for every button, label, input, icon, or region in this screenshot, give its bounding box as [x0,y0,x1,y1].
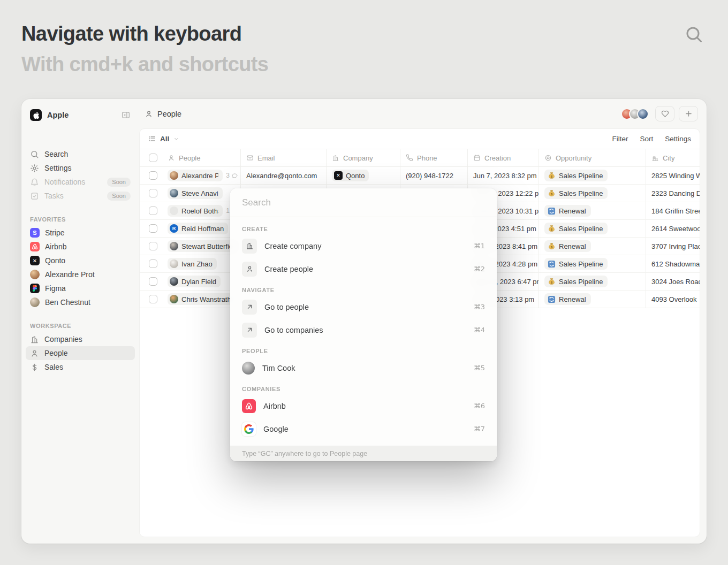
person-chip[interactable]: Roelof Botha [168,205,223,217]
cell-opportunity[interactable]: Renewal [539,238,646,255]
opportunity-chip[interactable]: Renewal [544,205,591,217]
column-header-email[interactable]: Email [240,149,326,166]
city-icon [651,154,659,162]
person-chip[interactable]: Steve Anavi [168,187,223,199]
dollar-icon [30,363,39,372]
cell-city[interactable]: 2825 Winding Way [646,167,700,184]
opportunity-chip[interactable]: Renewal [544,240,591,252]
sidebar-item-companies[interactable]: Companies [26,332,135,346]
column-header-phone[interactable]: Phone [400,149,467,166]
sidebar-item-settings[interactable]: Settings [26,161,135,175]
bell-icon [30,178,39,187]
company-chip[interactable]: ✕Qonto [332,170,369,181]
cell-city[interactable]: 612 Shadowman [646,255,700,272]
palette-item-create-company[interactable]: Create company ⌘1 [236,234,491,257]
cell-city[interactable]: 3024 Joes Road [646,273,700,290]
row-checkbox[interactable] [149,259,157,268]
sidebar-item-figma[interactable]: Figma [26,281,135,295]
airbnb-logo-icon [242,399,256,413]
sidebar-item-stripe[interactable]: SStripe [26,226,135,240]
sidebar-item-label: Ben Chestnut [45,298,90,307]
cell-opportunity[interactable]: Sales Pipeline [539,185,646,202]
sort-button[interactable]: Sort [640,135,653,143]
sidebar-item-qonto[interactable]: ✕Qonto [26,254,135,268]
row-checkbox[interactable] [149,207,157,215]
palette-item-go-to-people[interactable]: Go to people ⌘3 [236,295,491,318]
row-checkbox[interactable] [149,171,157,180]
row-checkbox[interactable] [149,295,157,303]
row-checkbox[interactable] [149,277,157,286]
cell-opportunity[interactable]: Sales Pipeline [539,273,646,290]
cell-phone[interactable]: (920) 948-1722 [400,167,467,184]
opportunity-chip[interactable]: Sales Pipeline [544,223,608,234]
filter-button[interactable]: Filter [612,135,628,143]
comment-count[interactable]: 3 [226,172,238,179]
money-bag-icon [548,242,556,250]
palette-item-airbnb[interactable]: Airbnb ⌘6 [236,394,491,417]
cell-city[interactable]: 4093 Overlook [646,291,700,308]
column-header-city[interactable]: City [646,149,700,166]
person-chip[interactable]: Ivan Zhao [168,258,217,270]
cell-creation[interactable]: Jun 7, 2023 8:32 pm [467,167,539,184]
cell-city[interactable]: 2323 Dancing Dove [646,185,700,202]
building-icon [242,239,257,254]
table-header: People Email Company Phone Creation Oppo… [140,149,700,167]
favorite-button[interactable] [655,106,674,121]
palette-item-tim-cook[interactable]: Tim Cook ⌘5 [236,356,491,379]
shortcut-badge: ⌘2 [474,265,485,273]
cell-city[interactable]: 2614 Sweetwood [646,220,700,237]
collaborator-avatars[interactable] [621,108,649,120]
search-input[interactable] [242,197,485,208]
sidebar-item-alexandre-prot[interactable]: Alexandre Prot [26,268,135,281]
cell-opportunity[interactable]: Renewal [539,291,646,308]
column-header-opportunity[interactable]: Opportunity [539,149,646,166]
cell-city[interactable]: 3707 Irving Place [646,238,700,255]
collapse-sidebar-icon[interactable] [121,110,131,120]
sidebar-item-airbnb[interactable]: Airbnb [26,240,135,254]
cell-city[interactable]: 184 Griffin Street [646,202,700,219]
settings-button[interactable]: Settings [665,135,691,143]
select-all-checkbox[interactable] [149,154,157,162]
cell-opportunity[interactable]: Sales Pipeline [539,220,646,237]
cell-opportunity[interactable]: Renewal [539,202,646,219]
sidebar-item-search[interactable]: Search [26,147,135,161]
page-breadcrumb[interactable]: People [145,110,181,118]
palette-search[interactable] [230,188,497,217]
row-checkbox[interactable] [149,242,157,250]
sidebar-item-sales[interactable]: Sales [26,360,135,374]
person-chip[interactable]: RReid Hoffman [168,223,228,234]
palette-item-google[interactable]: Google ⌘7 [236,417,491,440]
sidebar-item-people[interactable]: People [26,346,135,360]
opportunity-chip[interactable]: Sales Pipeline [544,187,608,199]
cell-company[interactable]: ✕Qonto [326,167,400,184]
column-header-company[interactable]: Company [326,149,400,166]
phone-icon [406,154,413,162]
column-label: Opportunity [556,154,592,162]
column-header-people[interactable]: People [166,149,240,166]
opportunity-chip[interactable]: Sales Pipeline [544,170,608,181]
workspace-name[interactable]: Apple [47,111,116,119]
palette-item-go-to-companies[interactable]: Go to companies ⌘4 [236,318,491,341]
person-chip[interactable]: Alexandre Prot [168,170,223,181]
cell-opportunity[interactable]: Sales Pipeline [539,167,646,184]
column-header-creation[interactable]: Creation [467,149,539,166]
airbnb-logo-icon [30,242,40,251]
opportunity-chip[interactable]: Sales Pipeline [544,276,608,287]
avatar [170,207,178,215]
search-icon[interactable] [684,25,703,44]
row-checkbox[interactable] [149,224,157,233]
row-checkbox[interactable] [149,189,157,197]
opportunity-chip[interactable]: Renewal [544,293,591,305]
avatar: R [170,224,178,233]
person-chip[interactable]: Dylan Field [168,276,221,287]
opportunity-chip[interactable]: Sales Pipeline [544,258,608,270]
shortcut-badge: ⌘5 [474,364,485,372]
person-chip[interactable]: Chris Wanstrath [168,293,236,305]
person-chip[interactable]: Stewart Butterfield [168,240,238,252]
cell-email[interactable]: Alexandre@qonto.com [240,167,326,184]
cell-opportunity[interactable]: Sales Pipeline [539,255,646,272]
view-selector[interactable]: All [148,135,180,143]
palette-item-create-people[interactable]: Create people ⌘2 [236,257,491,280]
sidebar-item-ben-chestnut[interactable]: Ben Chestnut [26,295,135,309]
add-button[interactable] [679,106,698,121]
